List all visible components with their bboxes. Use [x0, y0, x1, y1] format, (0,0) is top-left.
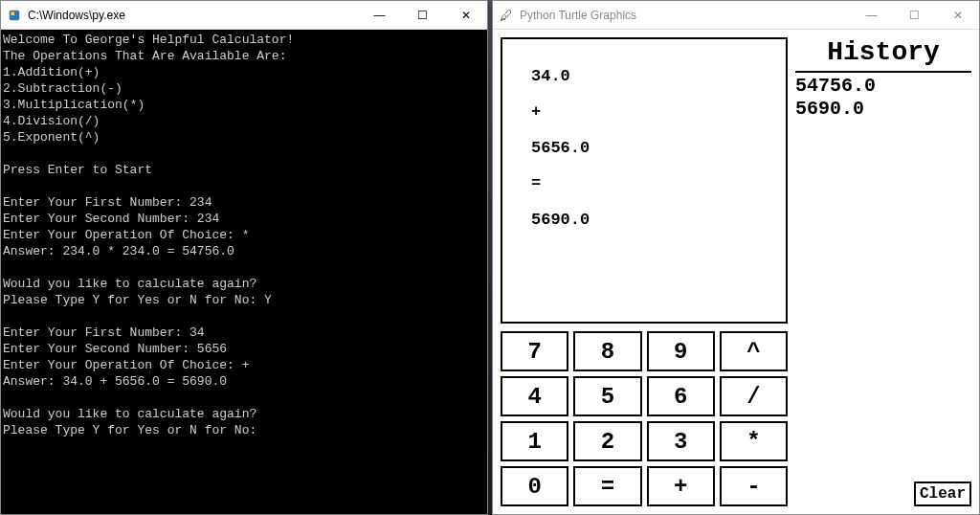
clear-button[interactable]: Clear [914, 481, 971, 506]
close-button[interactable]: ✕ [444, 1, 487, 29]
history-item: 54756.0 [795, 75, 971, 98]
history-panel: History 54756.05690.0 Clear [795, 37, 971, 506]
key-0[interactable]: 0 [501, 466, 568, 506]
key-=[interactable]: = [573, 466, 641, 506]
maximize-button[interactable]: ☐ [893, 1, 936, 29]
console-titlebar[interactable]: C:\Windows\py.exe — ☐ ✕ [1, 1, 487, 30]
minimize-button[interactable]: — [850, 1, 893, 29]
key-9[interactable]: 9 [647, 331, 715, 371]
key-6[interactable]: 6 [647, 376, 715, 416]
key-4[interactable]: 4 [501, 376, 568, 416]
turtle-title: Python Turtle Graphics [520, 9, 850, 22]
key-/[interactable]: / [720, 376, 788, 416]
turtle-icon: 🖊 [499, 8, 514, 23]
key-3[interactable]: 3 [647, 421, 715, 461]
key-5[interactable]: 5 [573, 376, 641, 416]
turtle-window: 🖊 Python Turtle Graphics — ☐ ✕ 34.0+5656… [492, 0, 980, 515]
history-list: 54756.05690.0 [795, 73, 971, 481]
py-icon [7, 8, 22, 23]
svg-rect-1 [11, 11, 15, 15]
display-line: = [531, 166, 757, 201]
console-window: C:\Windows\py.exe — ☐ ✕ Welcome To Georg… [0, 0, 488, 515]
turtle-body: 34.0+5656.0=5690.0 789^456/123*0=+- Hist… [493, 30, 979, 514]
key-7[interactable]: 7 [501, 331, 568, 371]
calculator-panel: 34.0+5656.0=5690.0 789^456/123*0=+- [501, 37, 788, 506]
key-8[interactable]: 8 [573, 331, 641, 371]
history-title: History [795, 37, 971, 73]
key-1[interactable]: 1 [501, 421, 568, 461]
key-^[interactable]: ^ [720, 331, 788, 371]
console-output[interactable]: Welcome To George's Helpful Calculator! … [1, 30, 487, 514]
minimize-button[interactable]: — [358, 1, 401, 29]
display-line: 5690.0 [531, 202, 757, 237]
close-button[interactable]: ✕ [936, 1, 979, 29]
display-line: 34.0 [531, 58, 757, 94]
calculator-display: 34.0+5656.0=5690.0 [501, 37, 788, 324]
key--[interactable]: - [720, 466, 788, 506]
key-+[interactable]: + [647, 466, 715, 506]
console-window-controls: — ☐ ✕ [358, 1, 487, 29]
calculator-keypad: 789^456/123*0=+- [501, 331, 788, 506]
key-*[interactable]: * [720, 421, 788, 461]
display-line: 5656.0 [531, 130, 757, 166]
turtle-titlebar[interactable]: 🖊 Python Turtle Graphics — ☐ ✕ [493, 1, 979, 30]
maximize-button[interactable]: ☐ [401, 1, 444, 29]
key-2[interactable]: 2 [573, 421, 641, 461]
turtle-window-controls: — ☐ ✕ [850, 1, 979, 29]
display-line: + [531, 94, 757, 129]
console-title: C:\Windows\py.exe [28, 9, 358, 22]
history-item: 5690.0 [795, 98, 971, 121]
